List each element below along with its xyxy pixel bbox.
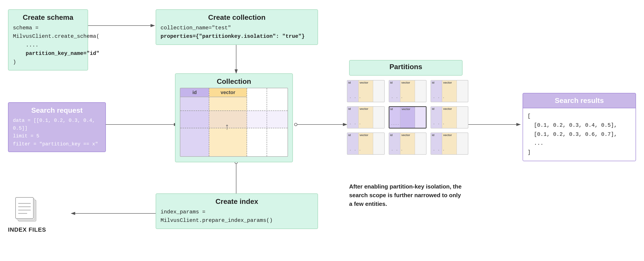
partition-item-3: id vector · · · (430, 80, 468, 102)
create-index-box: Create index index_params = MilvusClient… (156, 194, 318, 229)
partitions-header-box: Partitions (349, 60, 462, 76)
collection-title: Collection (180, 77, 288, 86)
index-files-icon: INDEX FILES (8, 196, 46, 233)
partition-item-8: id vector · · · (389, 132, 426, 155)
partition-item-4: id vector · · · (347, 106, 385, 128)
create-schema-code: schema = MilvusClient.create_schema( ...… (13, 24, 83, 66)
partition-item-1: id vector · · · (347, 80, 385, 102)
partition-item-2: id vector · · · (389, 80, 426, 102)
partition-grid: id vector · · · id vector · · · id vecto… (347, 80, 468, 155)
create-collection-box: Create collection collection_name="test"… (156, 9, 318, 45)
file-stack-icon (14, 196, 40, 224)
partition-item-5-highlighted: id vector · · · · · (389, 106, 426, 128)
partition-item-9: id vector · · · (430, 132, 468, 155)
create-collection-title: Create collection (160, 13, 313, 22)
collection-up-arrow: ↑ (225, 122, 229, 132)
col-id-header: id (180, 88, 209, 97)
search-request-code: data = [[0.1, 0.2, 0.3, 0.4, 0.5]] limit… (13, 117, 101, 148)
index-files-label: INDEX FILES (8, 226, 46, 233)
search-request-title: Search request (13, 106, 101, 114)
create-schema-title: Create schema (13, 13, 83, 22)
search-results-title: Search results (523, 93, 636, 108)
search-request-box: Search request data = [[0.1, 0.2, 0.3, 0… (8, 102, 106, 152)
create-index-code: index_params = MilvusClient.prepare_inde… (160, 208, 313, 225)
col-vector-header: vector (209, 88, 246, 97)
annotation-text: After enabling partition-key isolation, … (349, 182, 465, 208)
partitions-title: Partitions (354, 63, 458, 71)
svg-rect-16 (16, 198, 33, 218)
create-index-title: Create index (160, 198, 313, 206)
collection-box: Collection id vector ↑ (175, 73, 293, 162)
partition-item-6: id vector · · · (430, 106, 468, 128)
svg-point-9 (294, 123, 297, 126)
search-results-body: [ [0.1, 0.2, 0.3, 0.4, 0.5], [0.1, 0.2, … (523, 108, 636, 161)
create-collection-code: collection_name="test" properties={"part… (160, 24, 313, 41)
partition-item-7: id vector · · · (347, 132, 385, 155)
diagram: Create schema schema = MilvusClient.crea… (0, 0, 644, 261)
search-results-box: Search results [ [0.1, 0.2, 0.3, 0.4, 0.… (522, 93, 636, 161)
create-schema-box: Create schema schema = MilvusClient.crea… (8, 9, 88, 70)
